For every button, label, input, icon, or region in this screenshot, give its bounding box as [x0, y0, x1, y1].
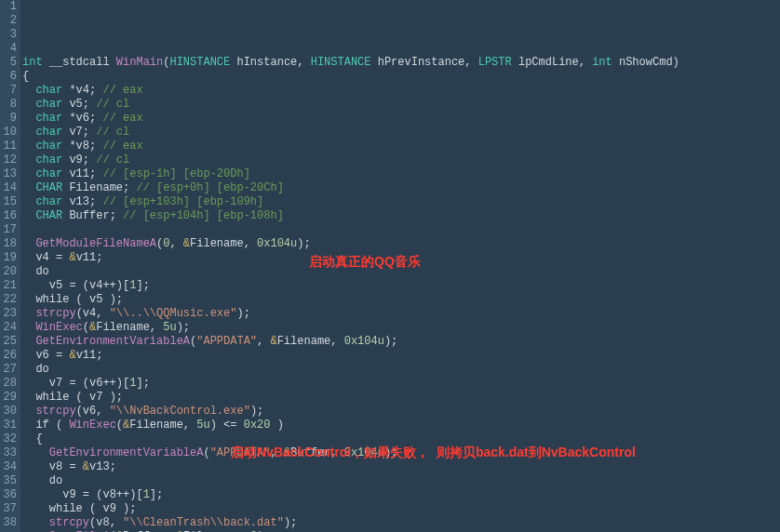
line-number: 8 [2, 98, 17, 112]
line-number: 27 [2, 363, 17, 377]
line-number: 28 [2, 377, 17, 391]
line-number: 4 [2, 42, 17, 56]
line-number: 25 [2, 335, 17, 349]
line-number: 29 [2, 391, 17, 405]
code-line: CHAR Filename; // [esp+0h] [ebp-20Ch] [22, 181, 780, 195]
code-line: char *v6; // eax [22, 112, 780, 126]
line-number: 18 [2, 237, 17, 251]
line-number: 30 [2, 405, 17, 419]
code-line: char v11; // [esp-1h] [ebp-20Dh] [22, 167, 780, 181]
code-line: char v7; // cl [22, 126, 780, 140]
line-number: 34 [2, 460, 17, 474]
line-number: 15 [2, 195, 17, 209]
code-line: v8 = &v13; [22, 460, 780, 474]
code-line: strcpy(v6, "\\NvBackControl.exe"); [22, 405, 780, 419]
line-number: 16 [2, 209, 17, 223]
code-line: char v9; // cl [22, 153, 780, 167]
line-number: 7 [2, 84, 17, 98]
line-number: 6 [2, 70, 17, 84]
line-number: 11 [2, 140, 17, 153]
code-line: v6 = &v11; [22, 349, 780, 363]
code-line: GetEnvironmentVariableA("APPDATA", &Buff… [22, 446, 780, 460]
code-line: int __stdcall WinMain(HINSTANCE hInstanc… [22, 56, 780, 70]
code-line: GetEnvironmentVariableA("APPDATA", &File… [22, 335, 780, 349]
line-number: 3 [2, 28, 17, 42]
code-line: v9 = (v8++)[1]; [22, 488, 780, 502]
code-line: do [22, 363, 780, 377]
code-line: while ( v5 ); [22, 293, 780, 307]
code-line: WinExec(&Filename, 5u); [22, 321, 780, 335]
line-number: 32 [2, 432, 17, 446]
code-line: v5 = (v4++)[1]; [22, 279, 780, 293]
line-number: 38 [2, 516, 17, 530]
code-line: do [22, 265, 780, 279]
line-gutter: 1234567891011121314151617181920212223242… [0, 0, 20, 532]
code-editor: 1234567891011121314151617181920212223242… [0, 0, 780, 532]
line-number: 31 [2, 419, 17, 432]
line-number: 1 [2, 0, 17, 14]
line-number: 10 [2, 126, 17, 140]
code-line: while ( v7 ); [22, 391, 780, 405]
line-number: 22 [2, 293, 17, 307]
line-number: 37 [2, 502, 17, 516]
line-number: 24 [2, 321, 17, 335]
code-line: GetModuleFileNameA(0, &Filename, 0x104u)… [22, 237, 780, 251]
code-line: { [22, 70, 780, 84]
code-line: { [22, 432, 780, 446]
code-line: if ( WinExec(&Filename, 5u) <= 0x20 ) [22, 419, 780, 432]
line-number: 19 [2, 251, 17, 265]
code-line: char v13; // [esp+103h] [ebp-109h] [22, 195, 780, 209]
code-line: char *v8; // eax [22, 140, 780, 153]
code-line: while ( v9 ); [22, 502, 780, 516]
code-line: strcpy(v4, "\\..\\QQMusic.exe"); [22, 307, 780, 321]
code-line: char *v4; // eax [22, 84, 780, 98]
code-line: CHAR Buffer; // [esp+104h] [ebp-108h] [22, 209, 780, 223]
code-line [22, 223, 780, 237]
line-number: 13 [2, 167, 17, 181]
line-number: 12 [2, 153, 17, 167]
line-number: 9 [2, 112, 17, 126]
line-number: 14 [2, 181, 17, 195]
line-number: 5 [2, 56, 17, 70]
line-number: 33 [2, 446, 17, 460]
code-line: v4 = &v11; [22, 251, 780, 265]
code-line: do [22, 474, 780, 488]
line-number: 20 [2, 265, 17, 279]
code-line: v7 = (v6++)[1]; [22, 377, 780, 391]
code-line: strcpy(v8, "\\CleanTrash\\back.dat"); [22, 516, 780, 530]
line-number: 23 [2, 307, 17, 321]
line-number: 35 [2, 474, 17, 488]
line-number: 21 [2, 279, 17, 293]
line-number: 2 [2, 14, 17, 28]
code-content[interactable]: 启动真正的QQ音乐 启动NvBackControl，如果失败， 则拷贝back.… [20, 0, 780, 532]
line-number: 36 [2, 488, 17, 502]
code-line: char v5; // cl [22, 98, 780, 112]
line-number: 17 [2, 223, 17, 237]
line-number: 26 [2, 349, 17, 363]
